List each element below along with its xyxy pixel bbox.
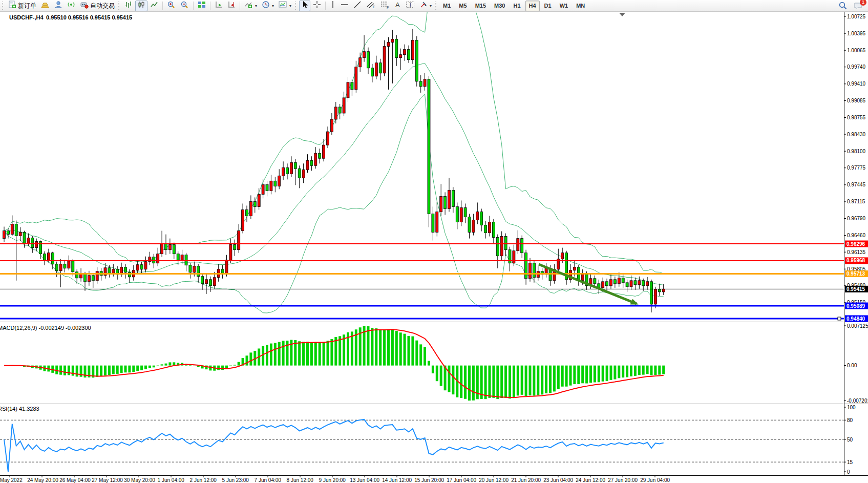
candle-up bbox=[225, 260, 228, 274]
trend-arrow[interactable] bbox=[539, 264, 637, 304]
rsi-pane[interactable] bbox=[0, 419, 844, 472]
community-button[interactable] bbox=[52, 1, 65, 11]
candle-down bbox=[15, 224, 17, 236]
timeframe-button-h1[interactable]: H1 bbox=[510, 1, 524, 11]
bar-chart-mode-button[interactable] bbox=[122, 1, 135, 11]
price-tick-label: 0.99410 bbox=[847, 81, 866, 87]
label-tool-button[interactable]: T bbox=[404, 1, 417, 11]
tile-windows-button[interactable] bbox=[196, 1, 208, 11]
dropdown-caret-icon: ▾ bbox=[255, 4, 257, 8]
text-tool-icon: A bbox=[394, 1, 401, 11]
candle-up bbox=[654, 289, 657, 304]
fibonacci-tool-button[interactable]: F bbox=[378, 1, 391, 11]
notifications-button[interactable]: 1 bbox=[854, 1, 863, 12]
candle-up bbox=[343, 98, 345, 113]
svg-text:A: A bbox=[395, 1, 400, 9]
line-chart-mode-button[interactable] bbox=[148, 1, 160, 11]
candle-down bbox=[622, 278, 624, 283]
timeframe-button-m1[interactable]: M1 bbox=[439, 1, 454, 11]
timeframe-button-d1[interactable]: D1 bbox=[541, 1, 555, 11]
chart-shift-marker[interactable] bbox=[619, 13, 625, 16]
candle-up bbox=[359, 58, 362, 67]
shapes-tool-button[interactable]: ▾ bbox=[417, 1, 434, 11]
candle-down bbox=[468, 217, 471, 232]
channel-tool-button[interactable]: E bbox=[364, 1, 377, 11]
crosshair-tool-button[interactable] bbox=[311, 1, 323, 11]
macd-pane[interactable] bbox=[4, 326, 664, 401]
candle-down bbox=[319, 153, 321, 158]
price-axis[interactable]: 1.007251.003951.000650.997400.994100.990… bbox=[844, 14, 868, 475]
periods-button[interactable]: ▾ bbox=[260, 1, 276, 11]
profile-icon bbox=[54, 1, 62, 11]
candle-up bbox=[144, 262, 147, 269]
indicators-button[interactable]: ▾ bbox=[242, 1, 259, 11]
candle-down bbox=[432, 214, 434, 232]
candle-up bbox=[424, 79, 426, 87]
candle-up bbox=[136, 265, 139, 270]
candle-down bbox=[650, 282, 653, 304]
candle-down bbox=[173, 245, 175, 254]
time-tick-label: 24 Jun 12:00 bbox=[576, 477, 605, 483]
toolbar-grip[interactable] bbox=[295, 2, 298, 10]
trendline-tool-button[interactable] bbox=[351, 1, 364, 11]
candle-up bbox=[399, 55, 402, 58]
price-tick-label: 0.96460 bbox=[847, 233, 866, 238]
candle-down bbox=[221, 269, 224, 274]
price-pane[interactable] bbox=[3, 0, 665, 313]
chart-canvas[interactable]: 1.007251.003951.000650.997400.994100.990… bbox=[0, 0, 868, 483]
toolbar-grip[interactable] bbox=[118, 2, 121, 10]
rsi-axis-label: 0 bbox=[847, 469, 850, 475]
chart-shift-button[interactable] bbox=[225, 1, 238, 11]
macd-axis-zero: 0.00 bbox=[847, 363, 857, 368]
signals-button[interactable] bbox=[65, 1, 77, 11]
timeframe-button-w1[interactable]: W1 bbox=[556, 1, 572, 11]
timeframe-button-m15[interactable]: M15 bbox=[472, 1, 490, 11]
templates-button[interactable]: ▾ bbox=[277, 1, 293, 11]
auto-scroll-button[interactable] bbox=[213, 1, 225, 11]
horizontal-line-tool-button[interactable] bbox=[338, 1, 351, 11]
price-tick-label: 1.00065 bbox=[847, 48, 866, 53]
time-axis[interactable]: May 202224 May 20:0026 May 04:0027 May 1… bbox=[0, 475, 670, 483]
timeframe-button-m5[interactable]: M5 bbox=[455, 1, 470, 11]
search-icon[interactable] bbox=[838, 1, 848, 12]
candle-up bbox=[59, 264, 62, 271]
hline-handle[interactable] bbox=[838, 317, 841, 320]
toolbar-grip[interactable] bbox=[2, 2, 5, 10]
rsi-line bbox=[4, 419, 664, 472]
level-badge-label: 0.95713 bbox=[846, 271, 865, 277]
candle-up bbox=[282, 167, 285, 176]
bollinger-middle bbox=[4, 64, 664, 285]
toolbar-grip[interactable] bbox=[435, 2, 438, 10]
candle-down bbox=[464, 207, 467, 217]
time-tick-label: 21 Jun 20:00 bbox=[511, 477, 541, 483]
zoom-in-button[interactable] bbox=[165, 1, 178, 11]
candle-down bbox=[504, 237, 507, 250]
template-icon bbox=[279, 1, 287, 11]
text-tool-button[interactable]: A bbox=[392, 1, 403, 11]
candle-up bbox=[193, 266, 196, 272]
candle-down bbox=[371, 68, 373, 76]
vertical-line-tool-button[interactable] bbox=[328, 1, 338, 11]
time-tick-label: 30 May 20:00 bbox=[124, 477, 155, 483]
candle-down bbox=[55, 264, 58, 271]
candle-down bbox=[266, 184, 268, 191]
price-tick-label: 0.98430 bbox=[847, 132, 866, 137]
autotrading-button[interactable]: 自动交易 bbox=[78, 1, 117, 11]
candle-down bbox=[140, 265, 143, 269]
candle-down bbox=[201, 277, 204, 284]
timeframe-button-m30[interactable]: M30 bbox=[491, 1, 509, 11]
price-tick-label: 0.97445 bbox=[847, 182, 866, 187]
market-button[interactable] bbox=[39, 1, 52, 11]
candle-up bbox=[181, 255, 183, 260]
candlestick-mode-button[interactable] bbox=[135, 1, 147, 11]
candle-up bbox=[347, 82, 349, 98]
time-tick-label: 2 Jun 12:00 bbox=[190, 477, 217, 483]
current-price-badge-label: 0.95415 bbox=[846, 286, 865, 292]
cursor-tool-button[interactable] bbox=[299, 1, 310, 11]
timeframe-button-mn[interactable]: MN bbox=[573, 1, 588, 11]
candle-down bbox=[76, 272, 78, 278]
candle-up bbox=[630, 281, 632, 287]
new-order-button[interactable]: 新订单 bbox=[6, 1, 38, 11]
zoom-out-button[interactable] bbox=[178, 1, 191, 11]
timeframe-button-h4[interactable]: H4 bbox=[525, 1, 540, 11]
